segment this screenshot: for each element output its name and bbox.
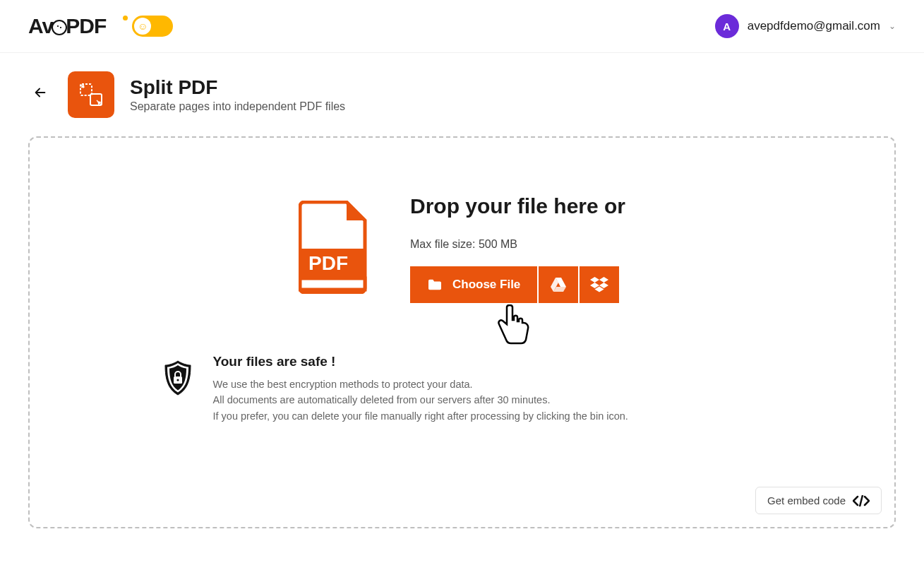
shield-lock-icon (162, 360, 193, 399)
upload-button-row: Choose File (410, 266, 625, 303)
drop-heading: Drop your file here or (410, 194, 625, 218)
page-title: Split PDF (130, 76, 345, 99)
theme-toggle-wrap: ☺ (123, 16, 173, 37)
pdf-file-icon: PDF (299, 201, 371, 297)
back-button[interactable] (28, 81, 52, 109)
avatar: A (715, 14, 739, 38)
user-email: avepdfdemo@gmail.com (748, 19, 880, 33)
svg-point-6 (176, 379, 179, 381)
toggle-knob: ☺ (134, 18, 151, 35)
safety-line-1: We use the best encryption methods to pr… (213, 377, 628, 392)
header-left: AvPDF ☺ (28, 14, 173, 38)
max-file-size: Max file size: 500 MB (410, 238, 625, 251)
smile-icon: ☺ (138, 20, 148, 32)
logo[interactable]: AvPDF (28, 14, 106, 38)
logo-text-post: PDF (66, 14, 106, 38)
chevron-down-icon: ⌄ (889, 21, 896, 31)
toggle-indicator-dot (123, 16, 128, 20)
page-title-block: Split PDF Separate pages into independen… (130, 76, 345, 113)
google-drive-icon (550, 277, 567, 292)
arrow-left-icon (32, 85, 48, 100)
google-drive-button[interactable] (539, 266, 578, 303)
safety-line-3: If you prefer, you can delete your file … (213, 408, 628, 424)
folder-icon (427, 278, 443, 291)
svg-text:PDF: PDF (308, 252, 348, 274)
safety-info: Your files are safe ! We use the best en… (155, 354, 769, 424)
code-icon (853, 495, 870, 506)
get-embed-code-button[interactable]: Get embed code (755, 487, 882, 514)
drop-actions: Drop your file here or Max file size: 50… (410, 194, 625, 303)
choose-file-button[interactable]: Choose File (410, 266, 537, 303)
dropbox-button[interactable] (580, 266, 619, 303)
logo-text-pre: Av (28, 14, 53, 38)
page-header: Split PDF Separate pages into independen… (0, 53, 924, 131)
theme-toggle[interactable]: ☺ (132, 16, 173, 37)
cursor-hand-icon (493, 304, 529, 351)
svg-rect-4 (300, 278, 365, 290)
embed-label: Get embed code (767, 494, 846, 506)
dropbox-icon (590, 277, 608, 292)
choose-file-label: Choose File (452, 278, 520, 292)
app-header: AvPDF ☺ A avepdfdemo@gmail.com ⌄ (0, 0, 924, 53)
globe-icon (52, 20, 67, 35)
page-subtitle: Separate pages into independent PDF file… (130, 100, 345, 113)
user-menu[interactable]: A avepdfdemo@gmail.com ⌄ (715, 14, 896, 38)
avatar-initial: A (723, 20, 731, 32)
safety-text: Your files are safe ! We use the best en… (213, 354, 628, 424)
split-pdf-icon (68, 71, 114, 118)
safety-line-2: All documents are automatically deleted … (213, 392, 628, 408)
drop-main: PDF Drop your file here or Max file size… (58, 194, 866, 303)
safety-heading: Your files are safe ! (213, 354, 628, 369)
file-dropzone[interactable]: PDF Drop your file here or Max file size… (28, 136, 896, 528)
